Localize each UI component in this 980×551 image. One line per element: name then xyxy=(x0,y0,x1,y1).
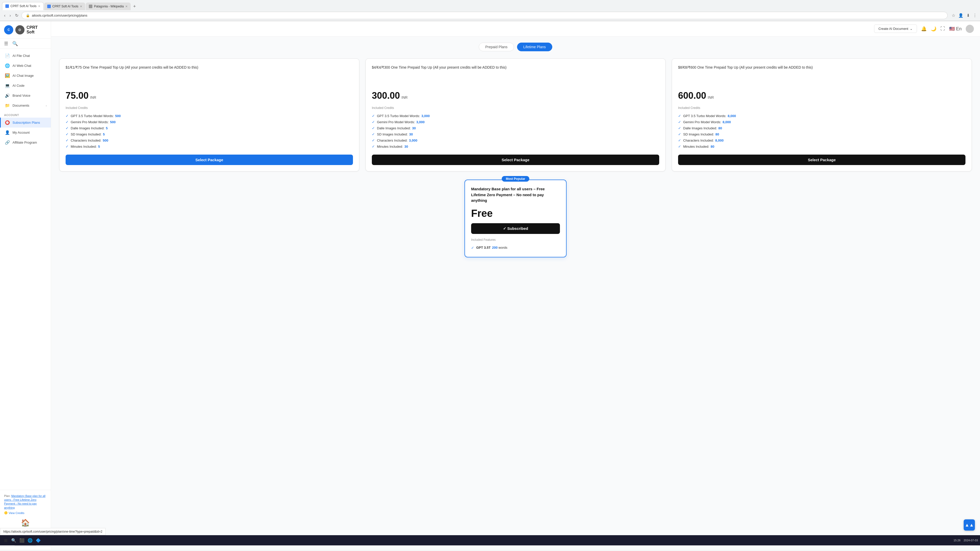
card-75-features: ✓ GPT 3.5 Turbo Model Words: 500 ✓ Gemin… xyxy=(65,113,353,149)
card-600-included-label: Included Credits xyxy=(678,106,966,110)
sidebar-item-ai-code[interactable]: 💻 AI Code xyxy=(0,81,51,91)
check-icon: ✓ xyxy=(678,120,681,124)
app-header: Create AI Document ⌄ 🔔 🌙 ⛶ 🇺🇸 En xyxy=(51,21,980,37)
taskbar-edge-icon[interactable]: 🔷 xyxy=(35,537,42,544)
sidebar-item-my-account[interactable]: 👤 My Account xyxy=(0,127,51,138)
subscription-label: Subscription Plans xyxy=(13,121,40,124)
ai-code-label: AI Code xyxy=(13,84,24,87)
check-icon: ✓ xyxy=(65,132,68,136)
forward-button[interactable]: › xyxy=(8,12,12,19)
notification-icon[interactable]: 🔔 xyxy=(921,26,927,32)
card-75-description: $1/€1/₹75 One Time Prepaid Top Up (All y… xyxy=(65,65,353,85)
pricing-card-75: $1/€1/₹75 One Time Prepaid Top Up (All y… xyxy=(59,59,360,171)
ai-web-chat-label: AI Web Chat xyxy=(13,64,31,68)
settings-icon[interactable]: ⋮ xyxy=(973,13,977,18)
app-header-right: Create AI Document ⌄ 🔔 🌙 ⛶ 🇺🇸 En xyxy=(874,24,974,33)
free-plan-feature: ✓ GPT 3.5T 200 words xyxy=(471,245,560,251)
create-ai-doc-button[interactable]: Create AI Document ⌄ xyxy=(874,24,917,33)
search-icon[interactable]: 🔍 xyxy=(12,41,18,46)
status-url-bar: https://aitools.cprtsoft.com/user/pricin… xyxy=(0,528,106,535)
free-plan-price: Free xyxy=(471,208,560,219)
subscription-icon: ⭕ xyxy=(5,120,10,125)
card-300-included-label: Included Credits xyxy=(372,106,659,110)
card-300-features: ✓ GPT 3.5 Turbo Model Words: 3,000 ✓ Gem… xyxy=(372,113,659,149)
taskbar-chrome-icon[interactable]: 🌐 xyxy=(27,537,34,544)
card-300-price: 300.00 INR xyxy=(372,90,659,101)
prepaid-plans-button[interactable]: Prepaid Plans xyxy=(479,43,514,51)
ai-code-icon: 💻 xyxy=(5,83,10,88)
feature-item: ✓ Gemini Pro Model Words: 500 xyxy=(65,119,353,125)
invite-icon: 🏠 xyxy=(4,519,47,527)
check-icon: ✓ xyxy=(65,126,68,130)
browser-header-icons: ☆ 👤 ⬇ ⋮ xyxy=(952,13,977,18)
taskbar-windows-icon[interactable]: ⊞ xyxy=(2,537,9,544)
card-75-price: 75.00 INR xyxy=(65,90,353,101)
sidebar-item-subscription-plans[interactable]: ⭕ Subscription Plans xyxy=(0,118,51,127)
pricing-card-600: $8/€8/₹600 One Time Prepaid Top Up (All … xyxy=(672,59,972,171)
documents-label: Documents xyxy=(13,103,29,107)
tab-3[interactable]: Patagonia - Wikipedia ✕ xyxy=(86,3,130,10)
sidebar-item-ai-file-chat[interactable]: 📄 AI File Chat xyxy=(0,51,51,61)
select-package-600-button[interactable]: Select Package xyxy=(678,155,966,165)
tab-2[interactable]: CPRT Soft AI Tools ✕ xyxy=(44,3,85,10)
feature-item: ✓ Gemini Pro Model Words: 8,000 xyxy=(678,119,966,125)
theme-icon[interactable]: 🌙 xyxy=(931,26,936,32)
new-tab-button[interactable]: + xyxy=(131,3,138,10)
select-package-75-button[interactable]: Select Package xyxy=(65,155,353,165)
sidebar-item-affiliate[interactable]: 🔗 Affiliate Program xyxy=(0,138,51,148)
ai-file-chat-icon: 📄 xyxy=(5,53,10,58)
logo-icon: C xyxy=(4,25,13,35)
scroll-to-top-button[interactable]: ▲▲ xyxy=(964,519,975,530)
sidebar-item-brand-voice[interactable]: 🔊 Brand Voice xyxy=(0,91,51,100)
pricing-card-300: $4/€4/₹300 One Time Prepaid Top Up (All … xyxy=(366,59,666,171)
profile-icon[interactable]: 👤 xyxy=(958,13,963,18)
select-package-300-button[interactable]: Select Package xyxy=(372,155,659,165)
feature-item: ✓ Characters Included: 8,000 xyxy=(678,137,966,143)
feature-item: ✓ Dalle Images Included: 30 xyxy=(372,125,659,131)
reload-button[interactable]: ↻ xyxy=(14,12,19,19)
tab-2-close[interactable]: ✕ xyxy=(80,5,82,8)
taskbar-store-icon[interactable]: ⬛ xyxy=(18,537,25,544)
brand-voice-label: Brand Voice xyxy=(13,94,30,97)
subscribed-button[interactable]: ✓ Subscribed xyxy=(471,223,560,234)
fullscreen-icon[interactable]: ⛶ xyxy=(940,26,945,32)
documents-icon: 📁 xyxy=(5,103,10,108)
taskbar-search-icon[interactable]: 🔍 xyxy=(10,537,18,544)
view-credits-link[interactable]: 🟡 View Credits xyxy=(4,511,47,514)
free-plan-description: Mandatory Base plan for all users – Free… xyxy=(471,186,560,203)
feature-item: ✓ Minutes Included: 30 xyxy=(372,143,659,149)
card-600-currency: INR xyxy=(708,95,714,100)
tab-1-close[interactable]: ✕ xyxy=(38,5,40,8)
browser-chrome: CPRT Soft AI Tools ✕ CPRT Soft AI Tools … xyxy=(0,0,980,21)
pricing-cards-grid: $1/€1/₹75 One Time Prepaid Top Up (All y… xyxy=(59,59,972,171)
user-avatar[interactable] xyxy=(966,25,974,33)
tab-2-favicon xyxy=(47,5,51,8)
feature-item: ✓ Dalle Images Included: 5 xyxy=(65,125,353,131)
ai-web-chat-icon: 🌐 xyxy=(5,63,10,68)
tab-3-close[interactable]: ✕ xyxy=(125,5,127,8)
check-icon: ✓ xyxy=(65,120,68,124)
card-600-amount: 600.00 xyxy=(678,90,706,101)
hamburger-icon[interactable]: ☰ xyxy=(4,41,8,46)
sidebar-item-ai-chat-image[interactable]: 🖼️ AI Chat Image xyxy=(0,71,51,81)
documents-arrow-icon: › xyxy=(46,104,47,107)
sidebar-item-ai-web-chat[interactable]: 🌐 AI Web Chat xyxy=(0,61,51,71)
ai-chat-image-icon: 🖼️ xyxy=(5,73,10,78)
affiliate-label: Affiliate Program xyxy=(13,141,37,144)
language-icon[interactable]: 🇺🇸 En xyxy=(949,26,962,32)
tab-1[interactable]: CPRT Soft AI Tools ✕ xyxy=(2,2,44,10)
check-icon: ✓ xyxy=(372,144,375,148)
free-plan-included-label: Included Features xyxy=(471,238,560,241)
download-icon[interactable]: ⬇ xyxy=(966,13,970,18)
tab-3-favicon xyxy=(89,5,92,8)
back-button[interactable]: ‹ xyxy=(3,12,6,19)
check-icon: ✓ xyxy=(372,114,375,118)
sidebar-item-documents[interactable]: 📁 Documents › xyxy=(0,100,51,110)
feature-item: ✓ Characters Included: 500 xyxy=(65,137,353,143)
bookmark-icon[interactable]: ☆ xyxy=(952,13,955,18)
lifetime-plans-button[interactable]: Lifetime Plans xyxy=(517,43,552,51)
check-icon: ✓ xyxy=(471,246,474,250)
my-account-icon: 👤 xyxy=(5,130,10,135)
feature-item: ✓ GPT 3.5 Turbo Model Words: 8,000 xyxy=(678,113,966,119)
url-bar[interactable]: 🔒 aitools.cprtsoft.com/user/pricing/plan… xyxy=(21,12,948,19)
